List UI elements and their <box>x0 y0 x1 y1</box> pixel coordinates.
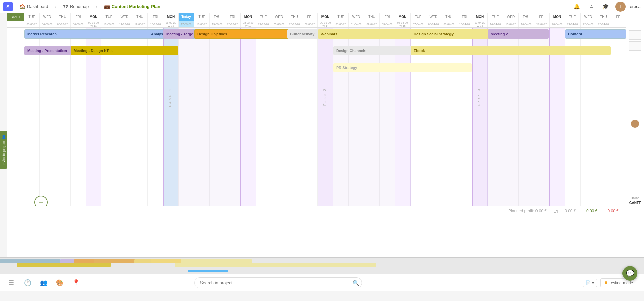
list-view-button[interactable]: ☰ <box>7 278 16 288</box>
header-day-22: THU <box>364 13 380 21</box>
header-row-dates: 03-03-2004-03-2005-03-2006-03-2009-03-20… <box>7 21 626 28</box>
header-date-32: 16-04-20 <box>519 21 534 27</box>
task-content[interactable]: Content <box>565 29 626 39</box>
header-date-19: 30-03-20 W 14 <box>318 21 333 27</box>
header-date-26: 08-04-20 <box>426 21 441 27</box>
chat-bubble-button[interactable]: 💬 <box>622 266 637 281</box>
header-date-14: 23-03-20 W 13 <box>241 21 256 27</box>
task-rows: Market ResearchAnalysis of Direct Compet… <box>24 28 626 206</box>
search-input[interactable] <box>194 277 362 288</box>
header-date-4: 09-03-20 W 11 <box>86 21 101 27</box>
task-meeting---design-kpis[interactable]: Meeting - Design KPIs <box>71 46 178 55</box>
dashboard-icon: 🏠 <box>19 4 25 9</box>
header-date-6: 11-03-20 <box>117 21 132 27</box>
header-date-21: 01-04-20 <box>349 21 364 27</box>
header-date-16: 25-03-20 <box>271 21 287 27</box>
avatar: T <box>615 2 626 12</box>
online-label: Online <box>631 196 639 200</box>
header-date-15: 24-03-20 <box>256 21 271 27</box>
header-day-16: WED <box>271 13 287 21</box>
zoom-in-button[interactable]: + <box>629 30 641 40</box>
header-date-8: 13-03-20 <box>148 21 163 27</box>
header-day-4: MON <box>86 13 101 21</box>
team-button[interactable]: 👥 <box>39 278 48 288</box>
task-pr-strategy[interactable]: PR Strategy <box>333 63 425 72</box>
header-date-start <box>7 21 24 27</box>
header-day-18: FRI <box>302 13 318 21</box>
header-day-5: TUE <box>101 13 117 21</box>
invite-to-project-button[interactable]: 👤 Invite to project <box>0 131 7 169</box>
help-button[interactable]: 🎓 <box>601 2 610 11</box>
pin-toolbar-button[interactable]: 📍 <box>71 278 81 288</box>
header-date-20: 31-03-20 <box>333 21 349 27</box>
top-nav: S 🏠 Dashboard › 🗺 Roadmap › 💼 Content Ma… <box>0 0 644 13</box>
gantt-header: START TUEWEDTHUFRIMONTUEWEDTHUFRIMONToda… <box>7 13 626 28</box>
nav-dashboard[interactable]: 🏠 Dashboard <box>19 4 48 9</box>
header-day-38: FRI <box>611 13 626 21</box>
invite-icon: 👤 <box>1 135 6 139</box>
screen-button[interactable]: 🖥 <box>587 2 596 11</box>
header-day-24: MON <box>395 13 411 21</box>
chat-icon: 💬 <box>626 269 634 277</box>
header-day-26: WED <box>426 13 441 21</box>
header-day-35: TUE <box>565 13 581 21</box>
header-day-11: TUE <box>194 13 210 21</box>
palette-button[interactable]: 🎨 <box>55 278 65 288</box>
online-user-avatar: T <box>631 120 639 128</box>
nav-project[interactable]: 💼 Content Marketing Plan <box>104 4 160 9</box>
status-bar: Planned profit: 0.00 € 🗂 0.00 € + 0.00 €… <box>7 206 626 215</box>
overview-bar <box>175 263 376 267</box>
task-webinars[interactable]: Webinars <box>318 29 425 39</box>
overview-bars <box>0 258 644 268</box>
overview-scroll[interactable] <box>188 270 228 272</box>
header-day-17: THU <box>287 13 302 21</box>
header-date-23: 03-04-20 <box>380 21 395 27</box>
header-date-18: 27-03-20 <box>302 21 318 27</box>
header-day-20: TUE <box>333 13 349 21</box>
app-logo[interactable]: S <box>3 2 13 11</box>
planned-profit: Planned profit: 0.00 € <box>508 209 547 213</box>
header-date-12: 19-03-20 <box>210 21 225 27</box>
phase-fase2: Fase 2 <box>323 88 327 106</box>
gantt-content: Market ResearchAnalysis of Direct Compet… <box>7 28 626 206</box>
document-button[interactable]: 📄 ▾ <box>583 279 597 287</box>
header-day-30: TUE <box>488 13 503 21</box>
task-design-objetives[interactable]: Design Objetives <box>194 29 302 39</box>
header-day-34: MON <box>550 13 565 21</box>
header-date-10: 17-03-20 <box>179 21 194 27</box>
header-day-32: THU <box>519 13 534 21</box>
roadmap-icon: 🗺 <box>63 4 68 9</box>
notifications-button[interactable]: 🔔 <box>572 2 582 11</box>
header-day-14: MON <box>241 13 256 21</box>
header-day-8: FRI <box>148 13 163 21</box>
header-day-29: MON <box>472 13 488 21</box>
zoom-out-button[interactable]: − <box>629 41 641 51</box>
header-row-days: START TUEWEDTHUFRIMONTUEWEDTHUFRIMONToda… <box>7 13 626 21</box>
header-date-7: 12-03-20 <box>132 21 148 27</box>
history-button[interactable]: 🕐 <box>23 278 32 288</box>
header-day-15: TUE <box>256 13 271 21</box>
header-date-37: 23-04-20 <box>596 21 611 27</box>
header-date-2: 05-03-20 <box>55 21 71 27</box>
invite-label: Invite to project <box>2 141 6 165</box>
search-button[interactable]: 🔍 <box>353 279 359 286</box>
user-name: Teresa <box>628 4 641 9</box>
nav-sep1: › <box>55 4 57 10</box>
task-meeting---target[interactable]: Meeting - Target <box>163 29 194 39</box>
header-date-27: 09-04-20 <box>441 21 457 27</box>
header-date-5: 10-03-20 <box>101 21 117 27</box>
bottom-toolbar: ☰ 🕐 👥 🎨 📍 🔍 📄 ▾ Testing mode <box>0 274 644 291</box>
task-meeting-2[interactable]: Meeting 2 <box>488 29 549 39</box>
header-day-21: WED <box>349 13 364 21</box>
user-profile[interactable]: T Teresa <box>615 2 641 12</box>
header-day-25: TUE <box>411 13 426 21</box>
phase-fase1: FASE 1 <box>168 88 172 107</box>
nav-roadmap[interactable]: 🗺 Roadmap <box>63 4 89 9</box>
nav-sep2: › <box>95 4 97 10</box>
header-date-36: 22-04-20 <box>581 21 596 27</box>
header-day-13: FRI <box>225 13 241 21</box>
header-day-1: WED <box>40 13 55 21</box>
task-ebook[interactable]: Ebook <box>411 46 611 55</box>
header-date-25: 07-04-20 <box>411 21 426 27</box>
task-market-research[interactable]: Market Research <box>24 29 163 39</box>
